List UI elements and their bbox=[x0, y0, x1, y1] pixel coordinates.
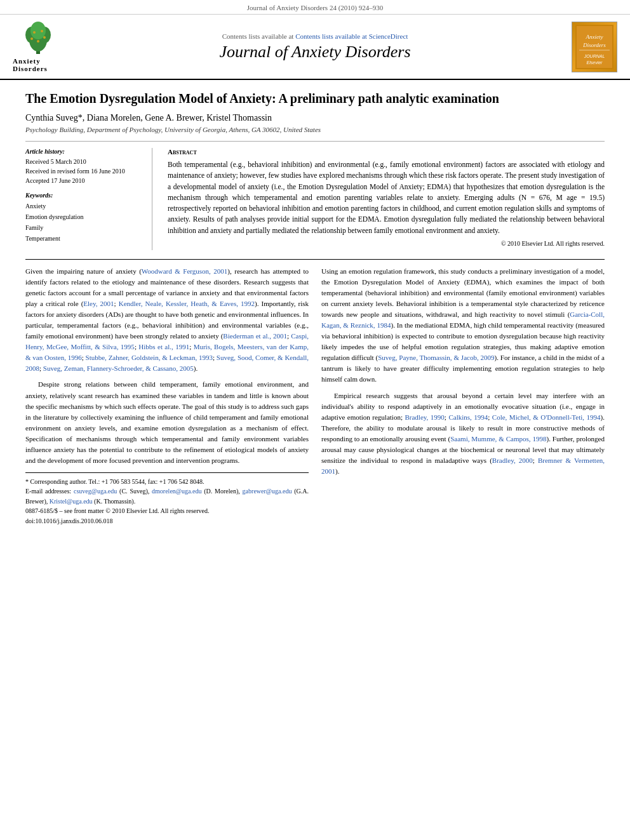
received-date: Received 5 March 2010 bbox=[25, 157, 142, 166]
article-info-panel: Article history: Received 5 March 2010 R… bbox=[25, 148, 152, 250]
ref-suveg-2005[interactable]: Suveg, Zeman, Flannery-Schroeder, & Cass… bbox=[43, 364, 194, 372]
keyword-emotion-dysregulation: Emotion dysregulation bbox=[25, 211, 142, 222]
accepted-date: Accepted 17 June 2010 bbox=[25, 176, 142, 185]
svg-point-8 bbox=[43, 36, 46, 39]
paper-title: The Emotion Dysregulation Model of Anxie… bbox=[25, 90, 605, 107]
doi-line: doi:10.1016/j.janxdis.2010.06.018 bbox=[25, 516, 309, 526]
svg-text:Disorders: Disorders bbox=[582, 42, 606, 48]
svg-text:JOURNAL: JOURNAL bbox=[584, 54, 605, 58]
abstract-section: Abstract Both temperamental (e.g., behav… bbox=[168, 148, 605, 250]
body-left-para1: Given the impairing nature of anxiety (W… bbox=[25, 266, 309, 374]
keywords-list: Anxiety Emotion dysregulation Family Tem… bbox=[25, 201, 142, 244]
body-columns: Given the impairing nature of anxiety (W… bbox=[25, 259, 605, 526]
ref-bremner-2001[interactable]: Bremner & Vermetten, 2001 bbox=[321, 457, 605, 475]
keyword-temperament: Temperament bbox=[25, 233, 142, 244]
email-link-4[interactable]: Kristel@uga.edu bbox=[50, 498, 93, 505]
journal-top-bar: Journal of Anxiety Disorders 24 (2010) 9… bbox=[0, 0, 630, 15]
ref-hibbs-1991[interactable]: Hibbs et al., 1991 bbox=[138, 343, 189, 350]
journal-logo-box: Anxiety Disorders JOURNAL Elsevier bbox=[566, 22, 617, 72]
received-revised-date: Received in revised form 16 June 2010 bbox=[25, 166, 142, 176]
journal-logo-image: Anxiety Disorders JOURNAL Elsevier bbox=[572, 22, 617, 72]
email-link-3[interactable]: gabrewer@uga.edu bbox=[243, 488, 292, 495]
contents-available-line: Contents lists available at Contents lis… bbox=[64, 32, 566, 40]
article-history-section: Article history: Received 5 March 2010 R… bbox=[25, 148, 142, 185]
elsevier-wordmark: Anxiety Disorders bbox=[13, 57, 64, 72]
body-right-para1: Using an emotion regulation framework, t… bbox=[321, 266, 605, 385]
keywords-section: Keywords: Anxiety Emotion dysregulation … bbox=[25, 192, 142, 244]
main-content: The Emotion Dysregulation Model of Anxie… bbox=[0, 80, 630, 536]
email-link-2[interactable]: dmorelen@uga.edu bbox=[152, 488, 201, 495]
affiliation-line: Psychology Building, Department of Psych… bbox=[25, 126, 605, 133]
keyword-anxiety: Anxiety bbox=[25, 201, 142, 211]
ref-woodward-2001[interactable]: Woodward & Ferguson, 2001 bbox=[142, 267, 228, 275]
elsevier-logo: Anxiety Disorders bbox=[13, 21, 64, 72]
article-history-label: Article history: bbox=[25, 148, 142, 155]
abstract-text: Both temperamental (e.g., behavioral inh… bbox=[168, 159, 605, 236]
ref-garcia-coll-1984[interactable]: Garcia-Coll, Kagan, & Reznick, 1984 bbox=[321, 310, 605, 329]
journal-header-center: Contents lists available at Contents lis… bbox=[64, 32, 566, 62]
body-right-para2: Empirical research suggests that arousal… bbox=[321, 390, 605, 477]
keyword-family: Family bbox=[25, 222, 142, 233]
ref-stubbe-1993[interactable]: Stubbe, Zahner, Goldstein, & Leckman, 19… bbox=[86, 354, 213, 361]
article-layout: Article history: Received 5 March 2010 R… bbox=[25, 141, 605, 250]
ref-bradley-1990[interactable]: Bradley, 1990 bbox=[405, 413, 444, 421]
journal-title: Journal of Anxiety Disorders bbox=[64, 43, 566, 62]
body-right-column: Using an emotion regulation framework, t… bbox=[321, 266, 605, 526]
keywords-label: Keywords: bbox=[25, 192, 142, 199]
ref-bradley-2000[interactable]: Bradley, 2000 bbox=[492, 457, 533, 464]
ref-kendler-1992[interactable]: Kendler, Neale, Kessler, Heath, & Eaves,… bbox=[119, 300, 255, 307]
journal-citation: Journal of Anxiety Disorders 24 (2010) 9… bbox=[247, 4, 383, 11]
email-line: E-mail addresses: csuveg@uga.edu (C. Suv… bbox=[25, 486, 309, 506]
email-label: E-mail addresses: bbox=[25, 488, 71, 495]
svg-point-9 bbox=[37, 40, 39, 43]
ref-eley-2001[interactable]: Eley, 2001 bbox=[83, 300, 114, 307]
journal-header: Anxiety Disorders Contents lists availab… bbox=[0, 15, 630, 80]
ref-cole-1994[interactable]: Cole, Michel, & O'Donnell-Teti, 1994 bbox=[492, 413, 601, 421]
corresponding-note: * Corresponding author. Tel.: +1 706 583… bbox=[25, 477, 309, 487]
paper-footer: * Corresponding author. Tel.: +1 706 583… bbox=[25, 472, 309, 526]
email-link-1[interactable]: csuveg@uga.edu bbox=[74, 488, 117, 495]
ref-suveg-2009[interactable]: Suveg, Payne, Thomassin, & Jacob, 2009 bbox=[378, 354, 494, 361]
elsevier-tree-icon bbox=[19, 21, 57, 56]
issn-line: 0887-6185/$ – see front matter © 2010 El… bbox=[25, 506, 309, 516]
sciencedirect-link[interactable]: Contents lists available at ScienceDirec… bbox=[295, 32, 408, 40]
abstract-heading: Abstract bbox=[168, 148, 605, 156]
svg-point-6 bbox=[41, 30, 43, 32]
svg-text:Elsevier: Elsevier bbox=[587, 60, 603, 65]
ref-calkins-1994[interactable]: Calkins, 1994 bbox=[448, 413, 488, 421]
body-left-column: Given the impairing nature of anxiety (W… bbox=[25, 266, 309, 526]
ref-biederman-2001[interactable]: Biederman et al., 2001 bbox=[223, 332, 287, 340]
body-left-para2: Despite strong relations between child t… bbox=[25, 379, 309, 465]
svg-text:Anxiety: Anxiety bbox=[586, 34, 603, 40]
ref-saami-1998[interactable]: Saami, Mumme, & Campos, 1998 bbox=[450, 435, 546, 443]
copyright-line: © 2010 Elsevier Ltd. All rights reserved… bbox=[168, 240, 605, 247]
svg-point-5 bbox=[33, 31, 36, 34]
anxiety-disorders-logo-icon: Anxiety Disorders JOURNAL Elsevier bbox=[575, 25, 613, 69]
svg-point-7 bbox=[30, 37, 33, 40]
authors-line: Cynthia Suveg*, Diana Morelen, Gene A. B… bbox=[25, 113, 605, 123]
